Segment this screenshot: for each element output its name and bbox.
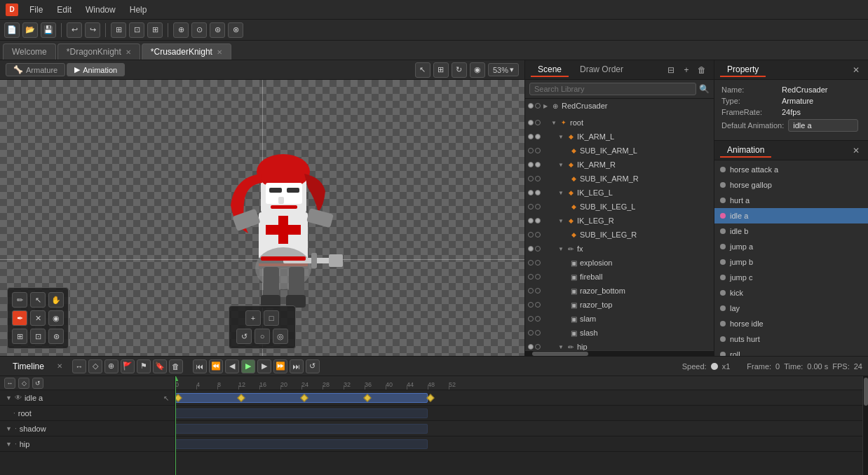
lock-dot-ik-leg-l[interactable]: [535, 190, 541, 195]
toolbar-btn7[interactable]: ⊙: [191, 22, 207, 38]
tl-prev-key[interactable]: ⏪: [209, 359, 223, 373]
anim-panel-tab[interactable]: Animation: [720, 144, 771, 158]
track-vscrollbar[interactable]: [862, 376, 868, 475]
panel-add-icon[interactable]: +: [680, 64, 693, 76]
vis-dot-razor-bottom[interactable]: [528, 288, 534, 294]
tree-item-sub-ik-leg-r[interactable]: ◆ SUB_IK_LEG_R: [525, 228, 714, 242]
tl-ref-btn[interactable]: ↺: [32, 378, 43, 389]
zoom-control[interactable]: 53% ▾: [488, 63, 519, 76]
toolbar-btn4[interactable]: ⊡: [129, 22, 144, 38]
tab-crusaderknight[interactable]: *CrusaderKnight ✕: [142, 43, 231, 60]
anim-item-nuts-hurt[interactable]: nuts hurt: [714, 331, 868, 347]
kf-idle-a-48[interactable]: [426, 394, 434, 401]
track-idle-a[interactable]: [175, 390, 868, 406]
tool-cursor[interactable]: ↖: [30, 292, 46, 308]
menu-help[interactable]: Help: [124, 4, 153, 16]
tree-item-razor-bottom[interactable]: ▣ razor_bottom: [525, 284, 714, 298]
prop-default-anim-input[interactable]: [788, 119, 858, 132]
tree-item-ik-leg-r[interactable]: ▼ ◆ IK_LEG_R: [525, 214, 714, 228]
tl-tool-5[interactable]: ⚑: [137, 359, 151, 373]
tool-eraser[interactable]: ✕: [30, 310, 46, 326]
expand-hip[interactable]: ▼: [557, 343, 564, 350]
anim-item-lay[interactable]: lay: [714, 301, 868, 316]
tl-eye-idle-a[interactable]: 👁: [15, 394, 22, 401]
tl-tool-4[interactable]: 🚩: [121, 359, 135, 373]
tree-item-ik-arm-r[interactable]: ▼ ◆ IK_ARM_R: [525, 158, 714, 172]
canvas-ctrl-add[interactable]: +: [245, 310, 261, 326]
vis-dot-sub-ik-arm-r[interactable]: [528, 176, 534, 181]
vis-dot-sub-ik-leg-r[interactable]: [528, 232, 534, 238]
canvas-ctrl-refresh[interactable]: ↺: [236, 329, 252, 344]
tree-item-hip[interactable]: ▼ ✏ hip: [525, 340, 714, 350]
lock-dot-fx[interactable]: [535, 246, 541, 252]
vis-dot-sub-ik-arm-l[interactable]: [528, 148, 534, 153]
track-hip[interactable]: [175, 436, 868, 452]
tab-dragonknight-close[interactable]: ✕: [126, 48, 131, 56]
tl-label-hip[interactable]: ▼ · hip: [0, 436, 175, 452]
toolbar-btn6[interactable]: ⊕: [173, 22, 189, 38]
toolbar-redo[interactable]: ↪: [85, 22, 100, 38]
anim-item-roll[interactable]: roll: [714, 347, 868, 356]
toolbar-undo[interactable]: ↩: [67, 22, 82, 38]
vis-dot-razor-top[interactable]: [528, 302, 534, 308]
vis-dot-root[interactable]: [528, 120, 534, 125]
tl-arrow-idle-a[interactable]: ▼: [6, 394, 12, 401]
tl-next-frame[interactable]: ▶: [257, 359, 271, 373]
vis-dot-explosion[interactable]: [528, 260, 534, 266]
vis-dot-ik-leg-r[interactable]: [528, 218, 534, 223]
menu-window[interactable]: Window: [80, 4, 121, 16]
tl-label-idle-a[interactable]: ▼ 👁 idle a ↖: [0, 390, 175, 406]
scene-scrollbar[interactable]: [525, 350, 714, 356]
lock-dot-sub-ik-arm-l[interactable]: [535, 148, 541, 153]
toolbar-open[interactable]: 📂: [22, 22, 38, 38]
scene-tab[interactable]: Scene: [531, 63, 569, 77]
panel-trash-icon[interactable]: 🗑: [696, 64, 708, 76]
tree-item-slash[interactable]: ▣ slash: [525, 326, 714, 340]
track-root[interactable]: [175, 406, 868, 421]
vis-dot-fx[interactable]: [528, 246, 534, 252]
tl-next-key[interactable]: ⏩: [273, 359, 287, 373]
lock-dot-razor-top[interactable]: [535, 302, 541, 308]
lock-dot-ik-leg-r[interactable]: [535, 218, 541, 223]
tree-item-fireball[interactable]: ▣ fireball: [525, 270, 714, 284]
rotate-tool[interactable]: ↻: [452, 62, 467, 78]
anim-item-horse-idle[interactable]: horse idle: [714, 316, 868, 331]
expand-root[interactable]: ▼: [550, 119, 557, 126]
anim-item-jump-a[interactable]: jump a: [714, 239, 868, 254]
canvas-ctrl-target[interactable]: ◎: [273, 329, 288, 344]
tree-expand-arrow[interactable]: ▶: [542, 102, 549, 109]
lock-dot-root[interactable]: [535, 120, 541, 125]
tl-fit-btn[interactable]: ↔: [4, 378, 15, 389]
tree-item-root[interactable]: ▼ ✦ root: [525, 116, 714, 130]
tl-tool-1[interactable]: ↔: [72, 359, 86, 373]
tl-eye-root[interactable]: ·: [13, 409, 15, 417]
anim-item-jump-b[interactable]: jump b: [714, 254, 868, 270]
tree-item-slam[interactable]: ▣ slam: [525, 312, 714, 326]
canvas-viewport[interactable]: ✏ ↖ ✋ ✒ ✕ ◉ ⊞ ⊡ ⊛ + □: [0, 80, 524, 356]
tl-arrow-hip[interactable]: ▼: [6, 441, 12, 448]
vis-dot-ik-arm-l[interactable]: [528, 134, 534, 139]
vis-dot-hip[interactable]: [528, 344, 534, 350]
tl-arrow-root[interactable]: ▶: [6, 410, 11, 417]
tl-label-root[interactable]: ▶ · root: [0, 406, 175, 421]
vis-dot-ik-arm-r[interactable]: [528, 162, 534, 167]
vis-dot-fireball[interactable]: [528, 274, 534, 280]
anim-item-kick[interactable]: kick: [714, 285, 868, 301]
tree-item-razor-top[interactable]: ▣ razor_top: [525, 298, 714, 312]
tool-extra2[interactable]: ⊡: [30, 329, 46, 344]
anim-close-icon[interactable]: ✕: [850, 144, 862, 157]
property-tab[interactable]: Property: [720, 63, 766, 77]
tl-skip-start[interactable]: ⏮: [193, 359, 207, 373]
tl-label-shadow[interactable]: ▼ · shadow: [0, 421, 175, 436]
tree-item-fx[interactable]: ▼ ✏ fx: [525, 242, 714, 256]
canvas-ctrl-circle[interactable]: ○: [255, 329, 270, 344]
toolbar-save[interactable]: 💾: [41, 22, 56, 38]
tl-skip-end[interactable]: ⏭: [290, 359, 304, 373]
draw-order-tab[interactable]: Draw Order: [573, 63, 630, 77]
canvas-ctrl-square[interactable]: □: [264, 310, 279, 326]
lock-dot-ik-arm-r[interactable]: [535, 162, 541, 167]
anim-item-idle-b[interactable]: idle b: [714, 223, 868, 239]
property-close-icon[interactable]: ✕: [850, 64, 862, 76]
tree-item-sub-ik-leg-l[interactable]: ◆ SUB_IK_LEG_L: [525, 200, 714, 214]
toolbar-btn5[interactable]: ⊞: [147, 22, 163, 38]
